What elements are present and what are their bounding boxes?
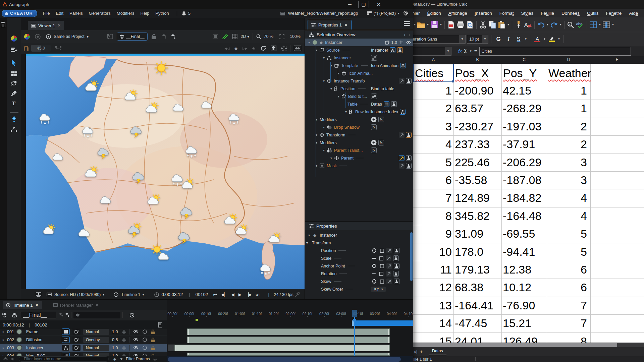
zoom-value[interactable]: 70 %: [264, 34, 274, 39]
chevron-down-icon[interactable]: ▼: [543, 35, 546, 44]
undo-button[interactable]: [537, 20, 545, 29]
clip-map-bkg[interactable]: [187, 353, 390, 356]
tree-expand-arrow[interactable]: ▾: [345, 110, 347, 114]
calc-menu-feuille[interactable]: Feuille: [537, 11, 558, 16]
cell-b2[interactable]: -200.90: [455, 85, 493, 96]
tree-row-modifiers[interactable]: ▾Modifiersfx: [305, 139, 413, 146]
fx-badge[interactable]: fx: [378, 117, 384, 122]
layer-color-dot[interactable]: [16, 337, 22, 343]
chevron-down-icon[interactable]: ▾: [398, 11, 399, 15]
cell-c12[interactable]: 12.38: [503, 264, 531, 275]
transform-gizmo-icon[interactable]: [281, 46, 287, 51]
audio-track-field[interactable]: [73, 312, 120, 318]
cell-b7[interactable]: -35.58: [455, 174, 487, 186]
anchor-icon[interactable]: [371, 279, 377, 284]
grid-icon[interactable]: [122, 346, 126, 350]
properties-tab[interactable]: Properties 1 ✕: [308, 20, 352, 29]
copy-button[interactable]: [488, 20, 497, 29]
tree-expand-arrow[interactable]: ▾: [330, 87, 332, 90]
refresh-icon[interactable]: [261, 46, 266, 51]
prev-frame-button[interactable]: ◀▏: [221, 292, 227, 297]
cell-c14[interactable]: -76.90: [503, 300, 535, 311]
layer-opacity[interactable]: 1.0: [112, 329, 121, 334]
layout-icon[interactable]: [367, 11, 372, 15]
clip-diffusion[interactable]: [187, 337, 390, 343]
magnet-icon[interactable]: [23, 46, 29, 51]
expose-arrow-active-badge[interactable]: [399, 155, 405, 161]
layer-row-instancer[interactable]: ▸003InstancerNormal1.0: [0, 344, 167, 352]
cell-c3[interactable]: -268.29: [503, 103, 541, 114]
tree-row-source[interactable]: ▾SourceInstancer: [305, 46, 413, 54]
prop-row-skew-order[interactable]: Skew OrderXY▾: [305, 285, 413, 293]
cell-b14[interactable]: -164.41: [455, 300, 493, 311]
tree-row-bind-to-t-[interactable]: ▾Bind to t...: [305, 93, 413, 100]
dash2-icon[interactable]: [371, 271, 377, 277]
flask-badge[interactable]: [394, 279, 399, 284]
grid-icon[interactable]: [122, 338, 126, 342]
calc-grid[interactable]: CitiesPos_XPos_YWeather1-200.9042.151263…: [411, 64, 644, 343]
chevron-down-icon[interactable]: ▾: [103, 293, 104, 296]
solo-down-icon[interactable]: [65, 313, 69, 317]
cell-b10[interactable]: 31.09: [455, 228, 483, 239]
cell-a15[interactable]: 14: [413, 317, 452, 329]
clear-formatting-button[interactable]: A: [524, 20, 532, 29]
keyframe-diamond-icon[interactable]: ◆: [234, 46, 237, 51]
layer-opacity[interactable]: 1.0: [112, 346, 121, 350]
menu-edit[interactable]: Edit: [53, 11, 66, 16]
expose-arrow-badge[interactable]: [399, 163, 405, 169]
menu-file[interactable]: File: [40, 11, 53, 16]
flask-badge[interactable]: [406, 78, 412, 84]
prop-row-anchor-point[interactable]: Anchor Point: [305, 262, 413, 270]
cell-b9[interactable]: 345.82: [455, 210, 490, 222]
tree-value[interactable]: Instancer: [371, 48, 388, 53]
font-color-button[interactable]: A: [533, 35, 542, 44]
cell-c6[interactable]: -206.29: [503, 157, 541, 168]
expose-arrow-badge[interactable]: [386, 279, 392, 284]
keyframe-diamond-icon[interactable]: ◆: [113, 357, 116, 361]
cell-d16[interactable]: 8: [547, 336, 587, 343]
layer-source-icon[interactable]: [62, 345, 70, 351]
lock-icon[interactable]: [151, 329, 155, 334]
clipboard-icon[interactable]: [1, 22, 5, 27]
chevron-down-icon[interactable]: ▼: [507, 20, 510, 29]
cell-b11[interactable]: 178.0: [455, 246, 483, 257]
tree-value[interactable]: Bind to table: [371, 86, 394, 91]
menu-python[interactable]: Python: [152, 11, 172, 16]
formula-input[interactable]: Cities: [479, 47, 631, 56]
key-all-icon[interactable]: ◈: [252, 46, 255, 51]
column-header-E[interactable]: E: [590, 57, 644, 62]
instancer-tool[interactable]: [7, 114, 21, 124]
chevron-down-icon[interactable]: ▼: [524, 35, 527, 44]
fx-badge[interactable]: fx: [371, 124, 377, 130]
highlight-color-button[interactable]: [547, 35, 556, 44]
cell-c13[interactable]: 10.12: [503, 282, 531, 293]
chevron-down-icon[interactable]: ▼: [482, 35, 488, 43]
grid-icon[interactable]: [398, 40, 404, 45]
instancer-node-badge[interactable]: [390, 47, 395, 53]
shutter-icon[interactable]: [35, 34, 41, 40]
cell-c5[interactable]: -37.91: [503, 138, 535, 150]
filter-funnel-icon[interactable]: ▼: [119, 357, 123, 361]
add-sheet-icon[interactable]: +: [419, 349, 424, 354]
clone-formatting-button[interactable]: [514, 20, 523, 29]
selected-cell-a1[interactable]: [413, 64, 454, 82]
blend-mode-select[interactable]: Overlay: [83, 337, 109, 343]
tree-expand-arrow[interactable]: ▾: [308, 41, 310, 44]
sum-icon[interactable]: Σ: [464, 48, 467, 54]
nav-back-icon[interactable]: ‹: [404, 32, 406, 37]
prop-row-rotation[interactable]: Rotation: [305, 270, 413, 278]
eyedropper-icon[interactable]: [295, 292, 300, 297]
dash-icon[interactable]: [371, 255, 377, 261]
chevron-down-icon[interactable]: ▼: [439, 20, 442, 29]
cell-d3[interactable]: 1: [547, 103, 587, 114]
redo-button[interactable]: [550, 20, 558, 29]
separate-dims-icon[interactable]: [378, 271, 384, 277]
marker-green[interactable]: [196, 319, 198, 321]
clip-frame[interactable]: [187, 328, 390, 335]
maximize-button[interactable]: ▢: [358, 1, 369, 8]
lasso-tool[interactable]: [7, 79, 21, 88]
anchor-icon[interactable]: [371, 263, 377, 269]
cell-b3[interactable]: 63.57: [455, 103, 483, 114]
tree-row-instancer[interactable]: ▾Instancer: [305, 54, 413, 62]
underline-button[interactable]: S: [514, 35, 523, 44]
